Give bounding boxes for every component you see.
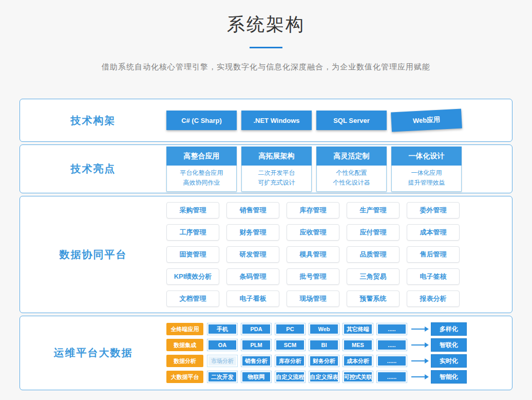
highlight-card-body: 平台化整合应用 高效协同作业 [166, 166, 237, 192]
bigdata-chip: 成本分析 [343, 355, 373, 367]
bigdata-result: 多样化 [431, 322, 467, 336]
bigdata-result: 智联化 [431, 338, 467, 352]
highlight-card-title: 高拓展架构 [241, 147, 312, 166]
bigdata-row-platform: 大数据平台 二次开发 物联网 自定义流程 自定义报表 可控式关联 ...... … [166, 370, 467, 384]
highlight-card-line: 高效协同作业 [167, 178, 236, 188]
tech-stack-items: C# (C Sharp) .NET Windows SQL Server Web… [166, 111, 462, 130]
highlight-card: 高拓展架构 二次开发平台 可扩充式设计 [241, 147, 312, 192]
page-header: 系统架构 借助系统自动化核心管理引擎，实现数字化与信息化深度融合，为企业数值化管… [0, 0, 532, 72]
module-item: 电子签核 [407, 268, 460, 285]
section-bigdata: 运维平台大数据 全终端应用 手机 PDA PC Web 其它终端 ..... 多… [20, 316, 512, 390]
module-item: 采购管理 [166, 202, 219, 219]
arrow-right-icon [411, 376, 425, 377]
module-item: 库存管理 [287, 202, 339, 219]
bigdata-chip: PLM [241, 339, 272, 351]
highlight-card-body: 个性化配置 个性化设计器 [316, 166, 387, 192]
bigdata-chip: 自定义报表 [309, 371, 339, 383]
bigdata-chip: SCM [275, 339, 306, 351]
bigdata-chip: PDA [241, 323, 272, 335]
bigdata-category: 数据分析 [166, 355, 203, 367]
module-item: 批号管理 [287, 268, 339, 285]
bigdata-chip: 库存分析 [275, 355, 306, 367]
highlight-card-line: 二次开发平台 [242, 168, 311, 178]
highlight-card-line: 可扩充式设计 [242, 178, 311, 188]
module-item: 成本管理 [407, 224, 460, 241]
bigdata-category: 大数据平台 [166, 371, 203, 383]
module-item: 三角贸易 [347, 268, 400, 285]
highlight-card-title: 一体化设计 [391, 147, 462, 166]
tech-stack-item-sqlserver: SQL Server [316, 111, 387, 130]
bigdata-chips: 手机 PDA PC Web 其它终端 ..... [207, 323, 407, 335]
bigdata-chip: 销售分析 [241, 355, 272, 367]
module-item: 品质管理 [347, 246, 400, 263]
module-item: 应收管理 [287, 224, 339, 241]
bigdata-chip: BI [309, 339, 339, 351]
bigdata-row-analysis: 数据分析 市场分析 销售分析 库存分析 财务分析 成本分析 ...... 实时化 [166, 354, 467, 368]
highlight-card: 一体化设计 一体化应用 提升管理效益 [391, 147, 462, 192]
module-item: 工序管理 [166, 224, 219, 241]
bigdata-chip: ..... [376, 323, 407, 335]
bigdata-chip: 可控式关联 [343, 371, 373, 383]
highlight-card-body: 一体化应用 提升管理效益 [391, 166, 462, 192]
highlight-card-line: 提升管理效益 [392, 178, 461, 188]
section-platform: 数据协同平台 采购管理 销售管理 库存管理 生产管理 委外管理 工序管理 财务管… [20, 196, 512, 313]
highlight-card-title: 高灵活定制 [316, 147, 387, 166]
module-item: 生产管理 [347, 202, 400, 219]
module-item: 预警系统 [347, 290, 400, 307]
bigdata-chip: 物联网 [241, 371, 272, 383]
module-item: 固资管理 [166, 246, 219, 263]
title-underline [250, 47, 282, 48]
module-item: 条码管理 [226, 268, 279, 285]
bigdata-chip: OA [207, 339, 238, 351]
module-item: 现场管理 [287, 290, 339, 307]
bigdata-chip: 其它终端 [343, 323, 373, 335]
architecture-panels: 技术构架 C# (C Sharp) .NET Windows SQL Serve… [20, 99, 512, 390]
bigdata-label: 运维平台大数据 [20, 346, 166, 360]
tech-stack-item-web: Web应用 [391, 108, 462, 132]
section-tech-stack: 技术构架 C# (C Sharp) .NET Windows SQL Serve… [20, 99, 512, 142]
highlight-card-line: 个性化配置 [317, 168, 386, 178]
bigdata-result: 实时化 [431, 354, 467, 368]
tech-stack-item-csharp: C# (C Sharp) [166, 111, 237, 130]
bigdata-chip: 手机 [207, 323, 238, 335]
bigdata-chip: ..... [376, 339, 407, 351]
bigdata-chip: 自定义流程 [275, 371, 306, 383]
module-item: 模具管理 [287, 246, 339, 263]
arrow-right-icon [411, 360, 425, 361]
bigdata-chip: 市场分析 [207, 355, 238, 367]
module-item: 委外管理 [407, 202, 460, 219]
bigdata-chips: 市场分析 销售分析 库存分析 财务分析 成本分析 ...... [207, 355, 407, 367]
bigdata-row-terminals: 全终端应用 手机 PDA PC Web 其它终端 ..... 多样化 [166, 322, 467, 336]
bigdata-chip: MES [343, 339, 373, 351]
highlights-label: 技术亮点 [20, 162, 166, 176]
tech-stack-label: 技术构架 [20, 114, 166, 128]
platform-label: 数据协同平台 [20, 248, 166, 262]
bigdata-category: 数据集成 [166, 339, 203, 351]
module-item: 售后管理 [407, 246, 460, 263]
bigdata-chips: OA PLM SCM BI MES ..... [207, 339, 407, 351]
bigdata-chip: ...... [376, 371, 407, 383]
highlight-card-line: 个性化设计器 [317, 178, 386, 188]
bigdata-chip: PC [275, 323, 306, 335]
platform-module-grid: 采购管理 销售管理 库存管理 生产管理 委外管理 工序管理 财务管理 应收管理 … [166, 202, 460, 307]
module-item: 应付管理 [347, 224, 400, 241]
bigdata-chip: Web [309, 323, 339, 335]
bigdata-chip: ...... [376, 355, 407, 367]
bigdata-category: 全终端应用 [166, 323, 203, 335]
bigdata-chips: 二次开发 物联网 自定义流程 自定义报表 可控式关联 ...... [207, 371, 407, 383]
module-item: 销售管理 [226, 202, 279, 219]
highlight-card-title: 高整合应用 [166, 147, 237, 166]
highlight-card-body: 二次开发平台 可扩充式设计 [241, 166, 312, 192]
highlight-card-line: 平台化整合应用 [167, 168, 236, 178]
arrow-right-icon [411, 344, 425, 346]
bigdata-row-integration: 数据集成 OA PLM SCM BI MES ..... 智联化 [166, 338, 467, 352]
bigdata-chip: 二次开发 [207, 371, 238, 383]
module-item: 财务管理 [226, 224, 279, 241]
module-item: KPI绩效分析 [166, 268, 219, 285]
highlight-card-line: 一体化应用 [392, 168, 461, 178]
module-item: 电子看板 [226, 290, 279, 307]
module-item: 报表分析 [407, 290, 460, 307]
highlight-card: 高整合应用 平台化整合应用 高效协同作业 [166, 147, 237, 192]
page-title: 系统架构 [0, 12, 532, 37]
section-highlights: 技术亮点 高整合应用 平台化整合应用 高效协同作业 高拓展架构 二次开发平台 可… [20, 144, 512, 193]
